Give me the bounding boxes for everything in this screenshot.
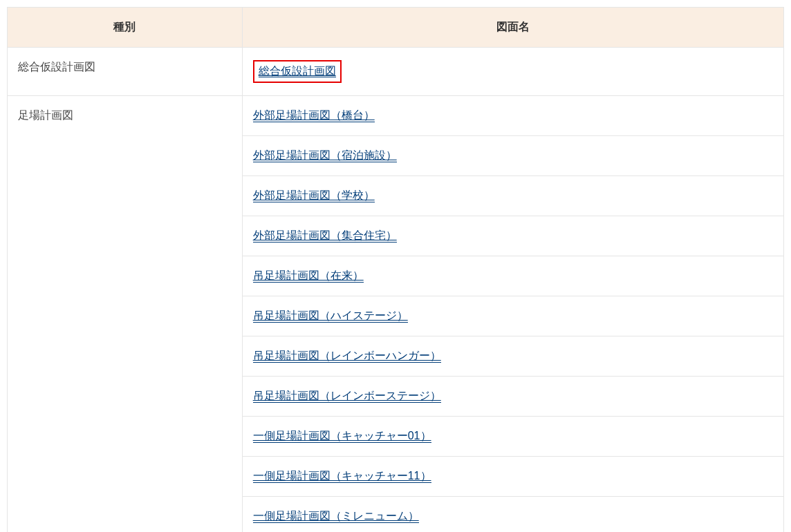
row-name-cell: 外部足場計画図（橋台） 外部足場計画図（宿泊施設） 外部足場計画図（学校） 外部… <box>242 96 783 533</box>
plan-link[interactable]: 外部足場計画図（橋台） <box>253 109 375 122</box>
row-type-cell: 足場計画図 <box>8 96 243 533</box>
plan-link[interactable]: 外部足場計画図（学校） <box>253 189 375 202</box>
plan-link[interactable]: 外部足場計画図（集合住宅） <box>253 229 397 243</box>
plan-link[interactable]: 一側足場計画図（キャッチャー01） <box>253 430 431 443</box>
plan-link[interactable]: 吊足場計画図（レインボーステージ） <box>253 390 441 403</box>
list-item: 外部足場計画図（橋台） <box>243 96 783 136</box>
plan-link[interactable]: 総合仮設計画図 <box>259 65 336 77</box>
plan-link-list: 外部足場計画図（橋台） 外部足場計画図（宿泊施設） 外部足場計画図（学校） 外部… <box>243 96 783 532</box>
plan-link[interactable]: 外部足場計画図（宿泊施設） <box>253 149 397 162</box>
plans-table: 種別 図面名 総合仮設計画図 総合仮設計画図 足場計画図 外部足場計画図（橋台）… <box>7 7 784 532</box>
row-type-cell: 総合仮設計画図 <box>8 48 243 96</box>
list-item: 外部足場計画図（宿泊施設） <box>243 136 783 176</box>
row-name-cell: 総合仮設計画図 <box>242 48 783 96</box>
table-header-row: 種別 図面名 <box>8 8 784 48</box>
table-row: 総合仮設計画図 総合仮設計画図 <box>8 48 784 96</box>
list-item: 一側足場計画図（キャッチャー11） <box>243 457 783 497</box>
highlight-box: 総合仮設計画図 <box>253 60 342 83</box>
plan-link[interactable]: 吊足場計画図（在来） <box>253 269 364 283</box>
list-item: 吊足場計画図（在来） <box>243 256 783 296</box>
list-item: 外部足場計画図（集合住宅） <box>243 216 783 256</box>
plan-link[interactable]: 吊足場計画図（レインボーハンガー） <box>253 350 441 363</box>
list-item: 一側足場計画図（ミレニューム） <box>243 497 783 532</box>
table-row: 足場計画図 外部足場計画図（橋台） 外部足場計画図（宿泊施設） 外部足場計画図（… <box>8 96 784 533</box>
list-item: 外部足場計画図（学校） <box>243 176 783 216</box>
list-item: 一側足場計画図（キャッチャー01） <box>243 417 783 457</box>
list-item: 吊足場計画図（レインボーステージ） <box>243 377 783 417</box>
header-type: 種別 <box>8 8 243 48</box>
list-item: 吊足場計画図（レインボーハンガー） <box>243 336 783 377</box>
header-name: 図面名 <box>242 8 783 48</box>
plan-link[interactable]: 一側足場計画図（ミレニューム） <box>253 510 419 523</box>
list-item: 吊足場計画図（ハイステージ） <box>243 296 783 336</box>
plan-link[interactable]: 吊足場計画図（ハイステージ） <box>253 310 408 323</box>
plan-link[interactable]: 一側足場計画図（キャッチャー11） <box>253 470 431 483</box>
